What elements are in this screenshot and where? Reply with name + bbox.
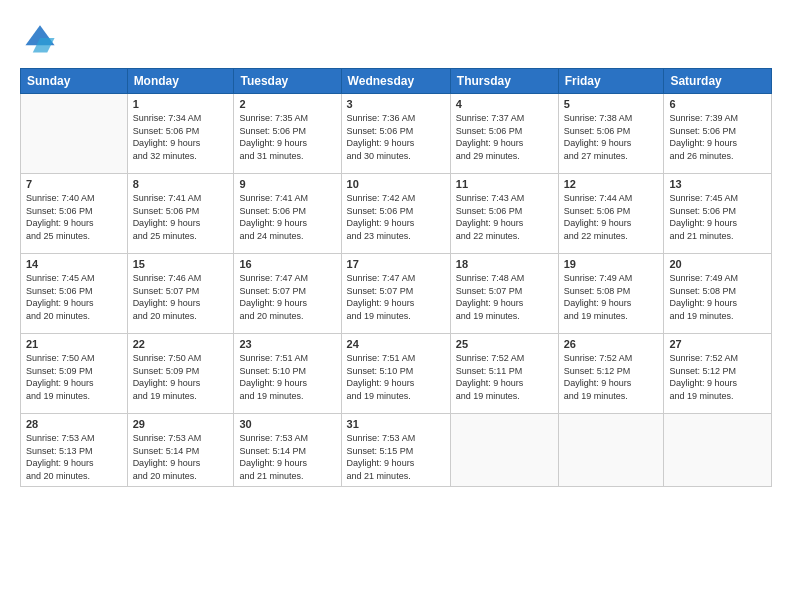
day-number: 6	[669, 98, 766, 110]
calendar-day-cell: 19Sunrise: 7:49 AM Sunset: 5:08 PM Dayli…	[558, 254, 664, 334]
calendar-day-cell	[21, 94, 128, 174]
day-info: Sunrise: 7:39 AM Sunset: 5:06 PM Dayligh…	[669, 112, 766, 162]
day-info: Sunrise: 7:49 AM Sunset: 5:08 PM Dayligh…	[669, 272, 766, 322]
day-number: 23	[239, 338, 335, 350]
day-info: Sunrise: 7:50 AM Sunset: 5:09 PM Dayligh…	[133, 352, 229, 402]
day-number: 1	[133, 98, 229, 110]
day-number: 25	[456, 338, 553, 350]
calendar-day-cell: 18Sunrise: 7:48 AM Sunset: 5:07 PM Dayli…	[450, 254, 558, 334]
calendar-day-cell: 31Sunrise: 7:53 AM Sunset: 5:15 PM Dayli…	[341, 414, 450, 487]
calendar-day-cell: 3Sunrise: 7:36 AM Sunset: 5:06 PM Daylig…	[341, 94, 450, 174]
page-container: SundayMondayTuesdayWednesdayThursdayFrid…	[0, 0, 792, 612]
day-number: 7	[26, 178, 122, 190]
calendar-week-row: 1Sunrise: 7:34 AM Sunset: 5:06 PM Daylig…	[21, 94, 772, 174]
calendar-day-cell	[558, 414, 664, 487]
day-number: 20	[669, 258, 766, 270]
calendar-day-cell: 27Sunrise: 7:52 AM Sunset: 5:12 PM Dayli…	[664, 334, 772, 414]
day-info: Sunrise: 7:44 AM Sunset: 5:06 PM Dayligh…	[564, 192, 659, 242]
day-info: Sunrise: 7:43 AM Sunset: 5:06 PM Dayligh…	[456, 192, 553, 242]
day-number: 9	[239, 178, 335, 190]
calendar-day-header: Saturday	[664, 69, 772, 94]
day-info: Sunrise: 7:49 AM Sunset: 5:08 PM Dayligh…	[564, 272, 659, 322]
calendar-day-cell	[664, 414, 772, 487]
day-number: 28	[26, 418, 122, 430]
calendar-day-cell: 29Sunrise: 7:53 AM Sunset: 5:14 PM Dayli…	[127, 414, 234, 487]
day-number: 21	[26, 338, 122, 350]
day-number: 4	[456, 98, 553, 110]
day-info: Sunrise: 7:41 AM Sunset: 5:06 PM Dayligh…	[239, 192, 335, 242]
calendar-day-cell: 22Sunrise: 7:50 AM Sunset: 5:09 PM Dayli…	[127, 334, 234, 414]
calendar-day-cell: 10Sunrise: 7:42 AM Sunset: 5:06 PM Dayli…	[341, 174, 450, 254]
day-info: Sunrise: 7:41 AM Sunset: 5:06 PM Dayligh…	[133, 192, 229, 242]
day-info: Sunrise: 7:34 AM Sunset: 5:06 PM Dayligh…	[133, 112, 229, 162]
day-info: Sunrise: 7:53 AM Sunset: 5:15 PM Dayligh…	[347, 432, 445, 482]
day-number: 26	[564, 338, 659, 350]
day-info: Sunrise: 7:37 AM Sunset: 5:06 PM Dayligh…	[456, 112, 553, 162]
calendar-day-cell	[450, 414, 558, 487]
header	[20, 18, 772, 58]
day-number: 17	[347, 258, 445, 270]
calendar-day-header: Sunday	[21, 69, 128, 94]
day-number: 5	[564, 98, 659, 110]
calendar-day-cell: 2Sunrise: 7:35 AM Sunset: 5:06 PM Daylig…	[234, 94, 341, 174]
day-number: 10	[347, 178, 445, 190]
day-number: 29	[133, 418, 229, 430]
calendar-day-cell: 28Sunrise: 7:53 AM Sunset: 5:13 PM Dayli…	[21, 414, 128, 487]
day-number: 31	[347, 418, 445, 430]
day-number: 8	[133, 178, 229, 190]
day-info: Sunrise: 7:47 AM Sunset: 5:07 PM Dayligh…	[347, 272, 445, 322]
day-number: 30	[239, 418, 335, 430]
day-number: 15	[133, 258, 229, 270]
calendar-day-cell: 20Sunrise: 7:49 AM Sunset: 5:08 PM Dayli…	[664, 254, 772, 334]
calendar-day-cell: 9Sunrise: 7:41 AM Sunset: 5:06 PM Daylig…	[234, 174, 341, 254]
day-number: 18	[456, 258, 553, 270]
calendar-day-cell: 1Sunrise: 7:34 AM Sunset: 5:06 PM Daylig…	[127, 94, 234, 174]
day-info: Sunrise: 7:47 AM Sunset: 5:07 PM Dayligh…	[239, 272, 335, 322]
day-info: Sunrise: 7:46 AM Sunset: 5:07 PM Dayligh…	[133, 272, 229, 322]
calendar-day-cell: 5Sunrise: 7:38 AM Sunset: 5:06 PM Daylig…	[558, 94, 664, 174]
calendar-header-row: SundayMondayTuesdayWednesdayThursdayFrid…	[21, 69, 772, 94]
day-info: Sunrise: 7:52 AM Sunset: 5:12 PM Dayligh…	[669, 352, 766, 402]
calendar-day-cell: 17Sunrise: 7:47 AM Sunset: 5:07 PM Dayli…	[341, 254, 450, 334]
calendar-day-cell: 30Sunrise: 7:53 AM Sunset: 5:14 PM Dayli…	[234, 414, 341, 487]
day-info: Sunrise: 7:45 AM Sunset: 5:06 PM Dayligh…	[26, 272, 122, 322]
day-info: Sunrise: 7:51 AM Sunset: 5:10 PM Dayligh…	[347, 352, 445, 402]
calendar-day-cell: 21Sunrise: 7:50 AM Sunset: 5:09 PM Dayli…	[21, 334, 128, 414]
calendar-day-cell: 26Sunrise: 7:52 AM Sunset: 5:12 PM Dayli…	[558, 334, 664, 414]
calendar-day-cell: 23Sunrise: 7:51 AM Sunset: 5:10 PM Dayli…	[234, 334, 341, 414]
day-number: 24	[347, 338, 445, 350]
calendar-table: SundayMondayTuesdayWednesdayThursdayFrid…	[20, 68, 772, 487]
day-number: 3	[347, 98, 445, 110]
calendar-day-cell: 25Sunrise: 7:52 AM Sunset: 5:11 PM Dayli…	[450, 334, 558, 414]
calendar-day-cell: 15Sunrise: 7:46 AM Sunset: 5:07 PM Dayli…	[127, 254, 234, 334]
calendar-day-cell: 4Sunrise: 7:37 AM Sunset: 5:06 PM Daylig…	[450, 94, 558, 174]
day-info: Sunrise: 7:42 AM Sunset: 5:06 PM Dayligh…	[347, 192, 445, 242]
day-number: 2	[239, 98, 335, 110]
day-number: 22	[133, 338, 229, 350]
day-info: Sunrise: 7:53 AM Sunset: 5:14 PM Dayligh…	[133, 432, 229, 482]
calendar-day-cell: 14Sunrise: 7:45 AM Sunset: 5:06 PM Dayli…	[21, 254, 128, 334]
day-number: 12	[564, 178, 659, 190]
calendar-day-cell: 13Sunrise: 7:45 AM Sunset: 5:06 PM Dayli…	[664, 174, 772, 254]
day-info: Sunrise: 7:36 AM Sunset: 5:06 PM Dayligh…	[347, 112, 445, 162]
day-info: Sunrise: 7:48 AM Sunset: 5:07 PM Dayligh…	[456, 272, 553, 322]
day-number: 13	[669, 178, 766, 190]
calendar-day-cell: 8Sunrise: 7:41 AM Sunset: 5:06 PM Daylig…	[127, 174, 234, 254]
day-info: Sunrise: 7:53 AM Sunset: 5:13 PM Dayligh…	[26, 432, 122, 482]
day-number: 27	[669, 338, 766, 350]
logo	[20, 18, 64, 58]
calendar-week-row: 28Sunrise: 7:53 AM Sunset: 5:13 PM Dayli…	[21, 414, 772, 487]
calendar-day-header: Wednesday	[341, 69, 450, 94]
day-number: 14	[26, 258, 122, 270]
day-info: Sunrise: 7:52 AM Sunset: 5:12 PM Dayligh…	[564, 352, 659, 402]
day-info: Sunrise: 7:35 AM Sunset: 5:06 PM Dayligh…	[239, 112, 335, 162]
logo-icon	[20, 18, 60, 58]
calendar-week-row: 21Sunrise: 7:50 AM Sunset: 5:09 PM Dayli…	[21, 334, 772, 414]
day-number: 19	[564, 258, 659, 270]
day-info: Sunrise: 7:51 AM Sunset: 5:10 PM Dayligh…	[239, 352, 335, 402]
calendar-day-header: Tuesday	[234, 69, 341, 94]
day-info: Sunrise: 7:50 AM Sunset: 5:09 PM Dayligh…	[26, 352, 122, 402]
calendar-day-cell: 6Sunrise: 7:39 AM Sunset: 5:06 PM Daylig…	[664, 94, 772, 174]
calendar-day-cell: 16Sunrise: 7:47 AM Sunset: 5:07 PM Dayli…	[234, 254, 341, 334]
day-info: Sunrise: 7:53 AM Sunset: 5:14 PM Dayligh…	[239, 432, 335, 482]
